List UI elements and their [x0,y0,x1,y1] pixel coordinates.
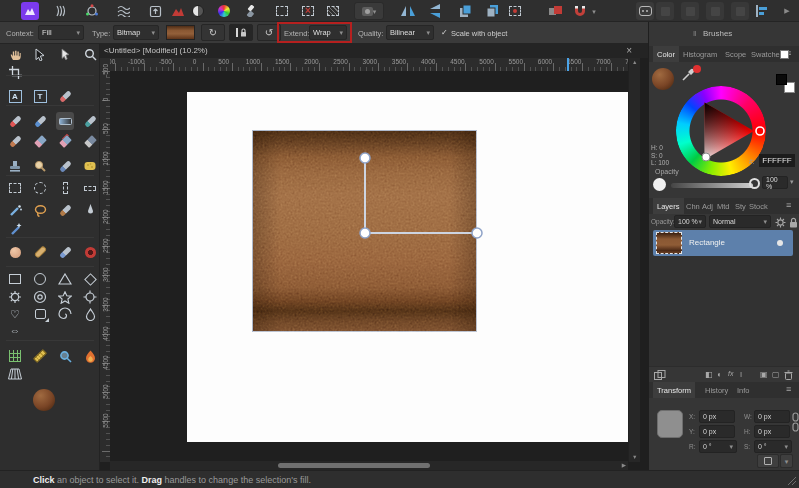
paint-brush-tool[interactable] [6,112,24,130]
scroll-right-icon[interactable]: ▶ [622,463,626,469]
x-input[interactable]: 0 px [699,410,735,423]
layer-effects-icon[interactable]: fx [728,370,733,377]
scroll-down-icon[interactable]: ▼ [632,455,637,461]
double-arrow-shape-tool[interactable]: ⇔ [6,321,24,339]
star-tool[interactable] [56,288,74,306]
mesh-warp-tool[interactable] [6,347,24,365]
develop-persona-icon[interactable] [83,2,101,20]
reset-colour-swatch[interactable] [780,50,789,59]
view-tool[interactable] [6,45,24,63]
perspective-tool[interactable] [6,365,24,383]
snapping-magnet-icon[interactable] [571,2,589,20]
fill-gradient-tool[interactable] [56,112,74,130]
flood-select-tool[interactable] [6,219,24,237]
export-persona-icon[interactable] [146,2,164,20]
fill-aspect-lock-button[interactable] [229,24,253,41]
type-select[interactable]: Bitmap▾ [113,25,159,40]
rectangular-marquee-tool[interactable] [6,179,24,197]
layer-thumbnail[interactable] [656,232,682,254]
auto-white-balance-icon[interactable] [241,2,259,20]
row-marquee-tool[interactable] [81,179,99,197]
opacity-slider-handle[interactable] [749,178,760,189]
tab-transform[interactable]: Transform [653,382,695,398]
healing-brush-tool[interactable] [6,243,24,261]
link-dimensions-icon[interactable] [792,412,799,432]
cycle-selection-box-icon[interactable] [546,2,564,20]
fill-handle-right[interactable] [472,228,482,238]
edit-all-layers-icon[interactable] [654,370,666,380]
cog-tool[interactable] [6,288,24,306]
layer-row-rectangle[interactable]: Rectangle [653,230,793,256]
opacity-full-swatch[interactable] [653,178,666,191]
smudge-tool[interactable] [81,112,99,130]
hamburger-icon[interactable]: ≡ [786,200,791,210]
snapping-options-chevron[interactable]: ▾ [588,2,600,20]
transform-mode-button[interactable] [757,454,779,468]
new-layer-icon[interactable]: ▢ [772,370,780,379]
shear-select[interactable]: 0 °▾ [754,440,792,453]
alignment-icon[interactable] [752,2,770,20]
horizontal-scrollbar-thumb[interactable] [278,463,430,468]
anchor-point-selector[interactable] [657,410,683,438]
assistant-button[interactable] [636,2,654,20]
auto-contrast-icon[interactable] [189,2,207,20]
flip-vertical-icon[interactable] [426,2,444,20]
dodge-brush-tool[interactable] [31,157,49,175]
photo-persona-icon[interactable] [21,2,39,20]
fill-bitmap-swatch[interactable] [166,25,195,40]
donut-tool[interactable] [31,288,49,306]
tab-info[interactable]: Info [733,382,754,398]
layer-name[interactable]: Rectangle [689,238,725,247]
rotate-fill-button[interactable]: ↻ [201,24,225,41]
selection-brush-tool[interactable] [6,201,24,219]
freehand-lasso-tool[interactable] [31,201,49,219]
move-to-back-icon[interactable] [483,2,501,20]
ellipse-tool[interactable] [31,270,49,288]
horizontal-scrollbar[interactable]: ▶ [110,461,628,470]
tab-scope[interactable]: Scope [721,46,750,62]
tab-stock[interactable]: Stock [745,198,772,214]
blemish-removal-tool[interactable] [56,243,74,261]
node-tool[interactable] [56,45,74,63]
current-colour-swatch-sphere[interactable] [33,389,55,411]
quick-mask-button[interactable]: ▾ [354,2,384,20]
background-eraser-tool[interactable] [56,132,74,150]
rectangle-tool[interactable] [6,270,24,288]
move-to-front-icon[interactable] [456,2,474,20]
eraser-tool[interactable] [31,132,49,150]
zoom-tool[interactable] [81,45,99,63]
patch-tool[interactable] [31,243,49,261]
delete-layer-trash-icon[interactable] [784,370,793,380]
sponge-brush-tool[interactable] [81,157,99,175]
sl-selector[interactable] [702,153,710,161]
auto-colours-icon[interactable] [215,2,233,20]
brushes-panel-header[interactable]: ‖ Brushes [649,22,799,46]
smart-selection-brush-tool[interactable] [56,201,74,219]
fill-colour-swatch[interactable] [776,74,787,85]
tear-shape-tool[interactable] [81,305,99,323]
opacity-value-box[interactable]: 100 % [762,176,788,189]
vector-brush-tool[interactable] [56,87,74,105]
tab-histogram[interactable]: Histogram [679,46,721,62]
window-resize-grip[interactable] [786,475,796,485]
triangle-tool[interactable] [56,270,74,288]
tone-mapping-persona-icon[interactable] [114,2,132,20]
toolbar-overflow-arrow[interactable]: ▶ [780,2,794,20]
context-select[interactable]: Fill▾ [38,25,84,40]
clone-stamp-tool[interactable] [6,157,24,175]
colour-picker-tool[interactable] [56,347,74,365]
mask-layer-icon[interactable]: ◧ [705,370,713,379]
chevron-down-icon[interactable]: ▾ [790,178,794,186]
invert-selection-icon[interactable] [324,2,342,20]
deselect-icon[interactable]: × [299,2,317,20]
transform-mode-chevron[interactable]: ▾ [780,454,793,468]
w-input[interactable]: 0 px [754,410,790,423]
blend-mode-select[interactable]: Normal▾ [709,215,771,228]
select-all-icon[interactable] [273,2,291,20]
auto-levels-icon[interactable] [169,2,187,20]
vertical-scrollbar[interactable]: ▲ ▼ [628,58,640,462]
fill-handle-top[interactable] [360,153,370,163]
close-icon[interactable]: × [626,45,632,56]
scroll-up-icon[interactable]: ▲ [632,60,637,66]
liquify-persona-icon[interactable] [51,2,69,20]
